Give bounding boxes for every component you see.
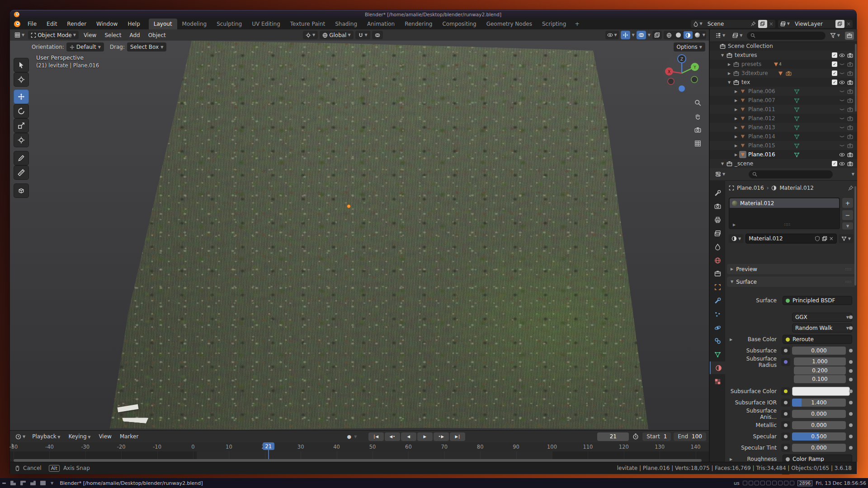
properties-editor-type-button[interactable]: ▼ [712,170,728,178]
expander-icon[interactable]: ▼ [726,80,732,84]
enum-dropdown[interactable]: Random Walk▼ [792,324,852,333]
slot-specials-button[interactable]: ▼ [842,222,854,230]
outliner-row-plane-015[interactable]: ▶Plane.015 [710,141,857,150]
surface-panel-header[interactable]: ▼ Surface ∷∷ [727,277,855,287]
camera-view-button[interactable] [694,123,701,136]
viewlayer-browse-button[interactable]: ▼ [778,20,792,28]
animate-decorator-dot[interactable] [849,412,853,416]
properties-tab-particles[interactable] [710,308,725,320]
outliner-row-plane-013[interactable]: ▶Plane.013 [710,123,857,132]
expander-icon[interactable]: ▶ [726,71,732,75]
tray-icon[interactable] [772,481,777,485]
jump-next-keyframe-button[interactable]: •▶ [434,432,449,441]
scene-new-button[interactable] [758,20,767,28]
nodetree-filter-button[interactable]: ▼ [839,234,854,243]
tray-icon[interactable] [749,481,753,485]
timeline-menu-keying[interactable]: Keying ▼ [64,433,94,440]
value-slider[interactable]: 1.400 [792,399,846,407]
workspace-tab-texture-paint[interactable]: Texture Paint [285,19,330,29]
rotate-tool[interactable] [14,104,29,118]
pivot-point-button[interactable]: ▼ [303,31,318,39]
outliner-scrollbar[interactable] [855,44,857,112]
taskbar-layout-icon[interactable] [2,483,6,484]
shading-wireframe-button[interactable] [665,31,674,39]
keying-set-dropdown[interactable]: ▼ [354,435,357,439]
animate-decorator-dot[interactable] [849,360,853,364]
viewlayer-new-button[interactable] [835,20,844,28]
workspace-tab-layout[interactable]: Layout [149,19,177,29]
viewlayer-name[interactable]: ViewLayer [792,21,835,27]
options-dropdown[interactable]: Options▼ [674,42,705,52]
checkbox-checked[interactable]: ✓ [832,70,837,76]
outliner-row-tex[interactable]: ▼tex✓ [710,78,857,87]
workspace-tab-shading[interactable]: Shading [330,19,362,29]
copy-icon[interactable] [822,236,827,241]
move-tool[interactable] [14,89,29,104]
node-input-button[interactable]: Principled BSDF [783,296,852,305]
jump-to-start-button[interactable]: |◀ [368,432,384,441]
outliner-row-plane-006[interactable]: ▶Plane.006 [710,87,857,96]
gizmos-dropdown[interactable]: ▼ [632,33,635,37]
add-cube-tool[interactable] [14,183,29,198]
measure-tool[interactable] [14,165,29,180]
viewport-menu-view[interactable]: View [80,32,100,38]
properties-tab-view-layer[interactable] [710,227,725,239]
checkbox-checked[interactable]: ✓ [832,80,837,85]
properties-tab-texture[interactable] [710,375,725,388]
expander-icon[interactable]: ▼ [719,53,726,57]
outliner-row-plane-011[interactable]: ▶Plane.011 [710,105,857,114]
outliner-row-presets[interactable]: ▶presets4✓ [710,60,857,69]
new-collection-button[interactable] [844,31,854,40]
viewport-menu-add[interactable]: Add [125,32,144,38]
outliner-search-input[interactable] [747,32,826,40]
color-swatch[interactable] [792,387,850,396]
timeline-menu-marker[interactable]: Marker [116,433,142,440]
workspace-tab-scripting[interactable]: Scripting [537,19,571,29]
timeline-track-area[interactable] [10,451,709,459]
animate-decorator-dot[interactable] [849,369,853,373]
animate-decorator-dot[interactable] [849,315,853,319]
vector-value-field[interactable]: 0.100 [794,375,846,383]
properties-options-dropdown[interactable]: ▼ [852,172,854,176]
value-slider[interactable]: 0.000 [792,347,846,355]
workspace-tab-compositing[interactable]: Compositing [437,19,481,29]
properties-tab-object[interactable] [710,281,725,294]
textured-plane-object[interactable] [10,41,709,430]
pan-button[interactable] [694,109,701,123]
expander-icon[interactable]: ▶ [728,338,734,342]
taskbar-window-entry[interactable]: Blender* [/home/amalie/Desktop/blender/r… [60,480,203,486]
animate-decorator-dot[interactable] [849,326,853,330]
pin-icon[interactable] [848,185,854,191]
outliner-row-scene-collection[interactable]: Scene Collection [710,42,857,51]
proportional-editing-toggle[interactable] [372,31,383,39]
fake-user-shield-icon[interactable] [815,236,820,241]
xray-toggle[interactable] [652,31,662,39]
workspace-tab-sculpting[interactable]: Sculpting [212,19,247,29]
workspace-tab-animation[interactable]: Animation [362,19,400,29]
snap-toggle[interactable]: ▼ [355,31,370,39]
visibility-dropdown[interactable]: ▼ [605,31,618,39]
cursor-tool[interactable] [14,72,29,87]
expander-icon[interactable]: ▶ [728,457,734,461]
grip-icon[interactable]: ∷∷ [736,222,840,227]
animate-decorator-dot[interactable] [849,378,853,381]
transform-orientation-button[interactable]: Global▼ [320,31,353,39]
outliner-row-3dtexture[interactable]: ▶3dtexture✓ [710,69,857,78]
taskbar-layout-icon[interactable] [20,481,26,485]
auto-keying-toggle[interactable]: ● [347,434,352,440]
animate-decorator-dot[interactable] [849,401,853,404]
add-slot-button[interactable]: + [842,197,854,208]
tray-icon[interactable] [755,481,759,485]
menu-edit[interactable]: Edit [42,19,62,29]
shading-dropdown[interactable]: ▼ [703,33,705,37]
orientation-dropdown[interactable]: Default▼ [66,42,104,52]
outliner-filter-button[interactable]: ▼ [827,31,843,40]
properties-tab-output[interactable] [710,214,725,226]
viewlayer-selector[interactable]: ▼ ViewLayer × [778,20,853,28]
scene-browse-button[interactable]: ▼ [691,20,705,28]
expander-icon[interactable]: ▶ [733,126,739,130]
taskbar-clock[interactable]: Fri, 13 Dec 18:56:56 [816,480,866,486]
checkbox-checked[interactable]: ✓ [832,61,837,67]
outliner-row-plane-014[interactable]: ▶Plane.014 [710,132,857,141]
node-input-button[interactable]: Reroute [783,335,852,344]
